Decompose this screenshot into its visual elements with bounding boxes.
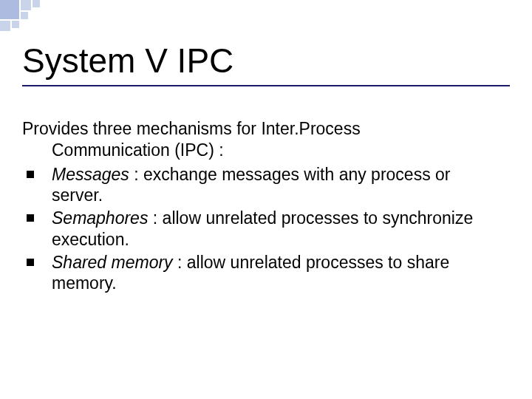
square-icon [21, 0, 31, 10]
bullet-list: Messages : exchange messages with any pr… [22, 164, 502, 295]
corner-decoration [0, 0, 89, 33]
bullet-square-icon [27, 259, 34, 266]
square-icon [33, 0, 40, 7]
slide-title: System V IPC [22, 41, 510, 81]
square-icon [12, 21, 19, 28]
intro-text: Provides three mechanisms for Inter.Proc… [22, 118, 502, 161]
bullet-term: Messages [52, 165, 129, 184]
intro-line-1: Provides three mechanisms for Inter.Proc… [22, 119, 361, 138]
square-icon [0, 21, 10, 31]
title-area: System V IPC [22, 41, 510, 86]
list-item: Messages : exchange messages with any pr… [22, 164, 502, 207]
square-icon [0, 0, 19, 19]
bullet-square-icon [27, 214, 34, 222]
title-underline [22, 85, 510, 86]
slide: System V IPC Provides three mechanisms f… [0, 0, 532, 399]
list-item: Shared memory : allow unrelated processe… [22, 252, 502, 295]
intro-line-2: Communication (IPC) : [22, 140, 502, 161]
square-icon [21, 12, 28, 19]
slide-body: Provides three mechanisms for Inter.Proc… [22, 118, 502, 296]
bullet-term: Semaphores [52, 208, 148, 228]
bullet-term: Shared memory [52, 253, 173, 272]
bullet-square-icon [27, 171, 34, 178]
list-item: Semaphores : allow unrelated processes t… [22, 208, 502, 250]
